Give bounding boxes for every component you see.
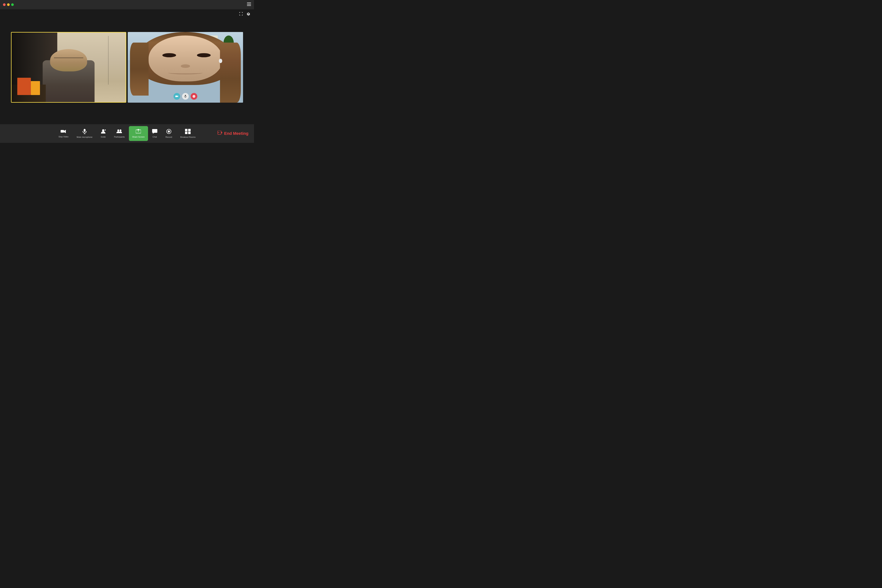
settings-button[interactable] [246, 11, 251, 16]
overlay-end-button[interactable] [190, 93, 197, 100]
svg-rect-24 [188, 132, 190, 134]
record-button[interactable]: Record [161, 126, 176, 141]
minimize-button[interactable] [7, 3, 10, 6]
video-area [0, 10, 254, 124]
maximize-button[interactable] [11, 3, 14, 6]
stop-video-label: Stop Video [58, 136, 69, 138]
overlay-camera-button[interactable] [174, 93, 180, 100]
mute-mic-label: Mute microphone [76, 136, 92, 138]
svg-rect-1 [247, 4, 251, 4]
participants-button[interactable]: Participants [110, 126, 129, 141]
top-right-controls [238, 11, 251, 16]
microphone-icon [82, 129, 87, 135]
breakout-rooms-label: Breakout Rooms [180, 136, 195, 138]
participants-icon [116, 129, 122, 135]
share-screen-label: Share Screen [132, 136, 145, 138]
svg-rect-18 [152, 129, 158, 133]
chat-button[interactable]: Chat [148, 126, 161, 141]
share-screen-button[interactable]: Share Screen [129, 126, 148, 141]
video-camera-icon [61, 129, 66, 135]
svg-point-14 [117, 129, 119, 131]
svg-point-11 [102, 129, 104, 132]
toolbar-items: Stop Video Mute microphone [0, 126, 254, 141]
svg-point-20 [168, 130, 170, 133]
svg-rect-22 [188, 129, 190, 131]
share-screen-icon [136, 129, 141, 135]
invite-icon [100, 129, 106, 135]
close-button[interactable] [3, 3, 6, 6]
svg-rect-3 [176, 96, 177, 97]
record-label: Record [165, 136, 172, 138]
fullscreen-button[interactable] [238, 11, 244, 16]
svg-rect-23 [185, 132, 188, 134]
svg-rect-21 [185, 129, 188, 131]
video-tile-participant-2 [128, 32, 243, 103]
breakout-rooms-icon [185, 129, 190, 135]
end-meeting-label: End Meeting [224, 131, 249, 136]
titlebar [0, 0, 254, 9]
breakout-rooms-button[interactable]: Breakout Rooms [176, 126, 200, 141]
video-tile-participant-1 [11, 32, 126, 103]
stop-video-button[interactable]: Stop Video [54, 126, 73, 141]
svg-rect-0 [247, 3, 251, 3]
window-controls [3, 3, 14, 6]
record-icon [166, 129, 171, 135]
overlay-mic-button[interactable] [182, 93, 189, 100]
svg-point-15 [120, 129, 122, 131]
toolbar: Stop Video Mute microphone [0, 124, 254, 143]
chat-label: Chat [153, 136, 157, 138]
mute-microphone-button[interactable]: Mute microphone [72, 126, 96, 141]
svg-rect-8 [84, 129, 86, 132]
svg-rect-4 [185, 95, 186, 96]
chat-icon [152, 129, 158, 135]
end-meeting-button[interactable]: End Meeting [217, 131, 249, 136]
menu-button[interactable] [247, 3, 251, 7]
svg-rect-2 [247, 5, 251, 6]
invite-label: Invite [101, 136, 106, 138]
participants-label: Participants [114, 136, 124, 138]
end-meeting-icon [217, 131, 222, 136]
invite-button[interactable]: Invite [96, 126, 110, 141]
svg-rect-7 [61, 130, 64, 133]
participant-2-overlay-controls [174, 93, 197, 100]
